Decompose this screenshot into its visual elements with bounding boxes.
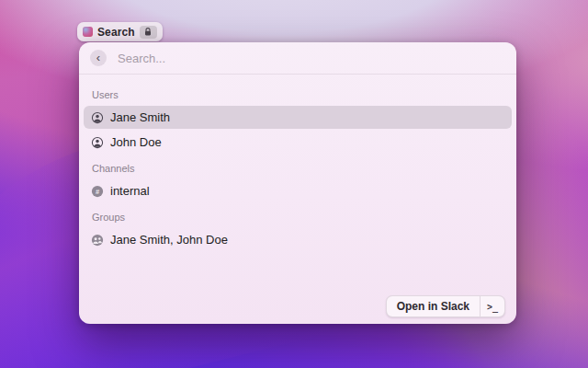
results-list: Users Jane Smith John Doe (79, 75, 516, 251)
search-input[interactable] (116, 51, 505, 66)
chevron-left-icon: ‹ (96, 52, 100, 63)
window-title: Search (97, 26, 135, 39)
list-item-user[interactable]: John Doe (84, 131, 512, 154)
list-item-label: Jane Smith, John Doe (110, 233, 228, 247)
window-title-badge[interactable]: Search (77, 22, 163, 41)
screen: Search ‹ Users Ja (0, 0, 588, 368)
section-header-groups: Groups (84, 202, 512, 223)
section-header-channels: Channels (84, 154, 512, 174)
list-item-user[interactable]: Jane Smith (84, 106, 512, 129)
lock-icon (144, 28, 152, 36)
user-circle-icon (91, 136, 104, 149)
search-bar: ‹ (79, 42, 516, 75)
search-panel: ‹ Users Jane Smith (79, 42, 516, 324)
app-icon (83, 27, 93, 37)
group-circle-icon (91, 234, 104, 247)
back-button[interactable]: ‹ (90, 50, 107, 66)
open-in-slack-label: Open in Slack (387, 296, 480, 316)
list-item-label: internal (110, 184, 150, 198)
list-item-group[interactable]: Jane Smith, John Doe (84, 228, 512, 251)
section-header-users: Users (84, 80, 512, 100)
user-circle-icon (91, 111, 104, 124)
list-item-channel[interactable]: # internal (84, 179, 512, 202)
lock-chip (140, 26, 157, 39)
open-in-slack-button[interactable]: Open in Slack >_ (386, 295, 505, 317)
terminal-prompt-icon: >_ (481, 296, 504, 316)
hash-circle-icon: # (91, 185, 104, 198)
list-item-label: John Doe (110, 135, 162, 149)
list-item-label: Jane Smith (110, 110, 170, 124)
